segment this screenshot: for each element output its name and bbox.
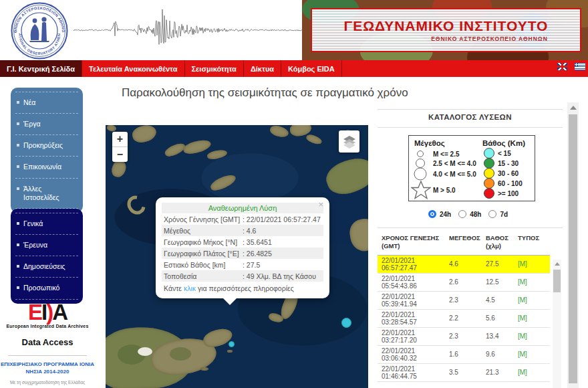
legend-magnitude-title: Μέγεθος — [414, 139, 445, 147]
sidebar-item-contact[interactable]: Επικοινωνία — [15, 156, 78, 177]
bullet-icon — [17, 222, 19, 225]
sidebar-item-projects[interactable]: Έργα — [15, 113, 78, 134]
bullet-icon — [17, 244, 19, 246]
header: ΕΘΝΙΚΟΝ ΑΣΤΕΡΟΣΚΟΠΕΙΟΝ ΑΘΗΝΩΝ NATIONAL O… — [0, 0, 588, 60]
nav-item-home[interactable]: Γ.Ι. Κεντρική Σελίδα — [0, 60, 82, 77]
cell-type: [M] — [518, 260, 550, 268]
cell-depth: 9.6 — [486, 351, 518, 358]
cell-time: 22/01/2021 03:28:54.57 — [378, 311, 449, 326]
quake-marker[interactable] — [229, 341, 235, 347]
cell-depth: 12.5 — [486, 278, 518, 286]
bullet-icon — [17, 187, 19, 190]
sidebar-item-personnel[interactable]: Προσωπικό — [15, 277, 78, 299]
table-scrollbar-thumb[interactable] — [553, 270, 561, 292]
eida-tagline: European Integrated Data Archives — [0, 324, 95, 328]
sidebar-item-calls[interactable]: Προκηρύξεις — [15, 134, 78, 156]
table-row[interactable]: 22/01/2021 03:06:40.32 1.6 9.6 [M] — [378, 346, 550, 364]
zoom-in-button[interactable]: + — [112, 132, 128, 147]
popup-row: Τοποθεσία: 49 Χλμ. ΒΔ της Κάσου — [162, 270, 323, 282]
nav-item-seismicity[interactable]: Σεισμικότητα — [185, 60, 244, 77]
magnitude-label: M <= 2.5 — [433, 151, 459, 158]
sidebar-item-label: Έρευνα — [23, 241, 47, 250]
depth-color-icon — [484, 168, 494, 179]
uk-flag-icon[interactable] — [557, 63, 567, 70]
table-row[interactable]: 22/01/2021 06:57:27.47 4.6 27.5 [M] — [378, 256, 550, 274]
sidebar-item-research[interactable]: Έρευνα — [15, 234, 78, 256]
table-scrollbar[interactable] — [553, 260, 561, 388]
catalog-title: ΚΑΤΑΛΟΓΟΣ ΛΥΣΕΩΝ — [378, 113, 563, 121]
popup-row-value: : 35.6451 — [243, 238, 321, 246]
island — [227, 350, 233, 353]
close-icon[interactable]: × — [318, 200, 323, 209]
depth-color-icon — [484, 178, 494, 189]
greek-flag-icon[interactable] — [575, 63, 585, 70]
table-row[interactable]: 22/01/2021 01:46:44.75 3.5 21.3 [M] — [378, 364, 550, 382]
magnitude-label: 2.5 < M <= 4.0 — [433, 160, 476, 167]
header-banner: ΓΕΩΔΥΝΑΜΙΚΟ ΙΝΣΤΙΤΟΥΤΟ ΕΘΝΙΚΟ ΑΣΤΕΡΟΣΚΟΠ… — [302, 0, 588, 60]
layers-button[interactable] — [339, 130, 359, 153]
table-row[interactable]: 22/01/2021 05:39:41.94 2.3 4.5 [M] — [378, 292, 550, 310]
scroll-up-icon[interactable] — [570, 106, 577, 110]
divider — [378, 109, 563, 110]
cell-time: 22/01/2021 01:46:44.75 — [378, 365, 449, 380]
scroll-up-icon[interactable] — [555, 262, 560, 266]
bullet-icon — [17, 101, 19, 104]
eida-data-access-link[interactable]: Data Access — [0, 337, 95, 347]
operational-program-link[interactable]: ΕΠΙΧΕΙΡΗΣΙΑΚΟ ΠΡΟΓΡΑΜΜΑ ΙΟΝΙΑ ΝΗΣΙΑ 2014… — [0, 361, 95, 376]
table-row[interactable]: 22/01/2021 03:27:17.20 2.3 13.4 [M] — [378, 328, 550, 346]
radio-48h-label[interactable]: 48h — [470, 211, 481, 218]
popup-row-value: : 26.4825 — [243, 250, 321, 258]
cell-magnitude: 2.2 — [449, 314, 486, 322]
legend-depth-title: Βάθος (Km) — [482, 139, 525, 147]
eida-logo[interactable]: EI)A — [0, 301, 95, 323]
cell-magnitude: 3.5 — [449, 369, 486, 376]
sidebar-item-label: Δημοσιεύσεις — [23, 262, 65, 271]
cell-type: [M] — [518, 314, 550, 322]
table-row[interactable]: 22/01/2021 03:28:54.57 2.2 5.6 [M] — [378, 310, 550, 328]
nav-item-eida-node[interactable]: Κόμβος EIDA — [281, 60, 342, 77]
radio-24h-label[interactable]: 24h — [440, 211, 451, 218]
radio-7d[interactable] — [488, 210, 496, 218]
sidebar-item-news[interactable]: Νέα — [15, 92, 78, 113]
time-range-radios: 24h 48h 7d — [378, 210, 563, 218]
depth-label: >= 100 — [498, 190, 519, 197]
eida-letter: A — [52, 300, 67, 324]
radio-7d-label[interactable]: 7d — [500, 211, 508, 218]
popup-row-label: Τοποθεσία — [164, 272, 243, 280]
depth-color-icon — [484, 158, 494, 169]
radio-24h[interactable] — [428, 210, 436, 218]
eida-letter: E — [28, 300, 41, 324]
page-scrollbar-thumb[interactable] — [569, 114, 577, 383]
island-santorini — [124, 192, 149, 218]
depth-label: 15 - 30 — [498, 160, 519, 167]
sidebar-item-label: Επικοινωνία — [23, 163, 61, 171]
popup-row: Χρόνος Γέννησης [GMT]: 22/01/2021 06:57:… — [162, 213, 323, 225]
zoom-out-button[interactable]: − — [112, 147, 128, 162]
sidebar-group-general: Νέα Έργα Προκηρύξεις Επικοινωνία Άλλες Ι… — [11, 88, 83, 213]
sidebar-item-general[interactable]: Γενικά — [15, 213, 78, 234]
col-header-type: ΤΥΠΟΣ — [518, 234, 550, 242]
main-nav: Γ.Ι. Κεντρική Σελίδα Τελευταία Ανακοινωθ… — [0, 60, 588, 77]
sidebar-item-publications[interactable]: Δημοσιεύσεις — [15, 256, 78, 277]
island — [269, 125, 290, 138]
seismogram-trace — [74, 5, 302, 55]
cell-depth: 4.5 — [486, 296, 518, 304]
cell-time: 22/01/2021 03:06:40.32 — [378, 347, 449, 362]
quake-marker[interactable] — [341, 318, 351, 328]
nav-item-networks[interactable]: Δίκτυα — [244, 60, 281, 77]
sidebar-item-other-sites[interactable]: Άλλες Ιστοσελίδες — [15, 178, 78, 209]
divider — [8, 355, 87, 356]
popup-footer-text: Κάντε — [164, 284, 184, 292]
nav-item-announcements[interactable]: Τελευταία Ανακοινωθέντα — [82, 60, 184, 77]
layers-icon — [342, 134, 357, 149]
table-row[interactable]: 22/01/2021 05:54:43.86 2.6 12.5 [M] — [378, 274, 550, 292]
observatory-seal-logo: ΕΘΝΙΚΟΝ ΑΣΤΕΡΟΣΚΟΠΕΙΟΝ ΑΘΗΝΩΝ NATIONAL O… — [11, 2, 68, 60]
popup-row-value: : 4.6 — [243, 227, 321, 235]
radio-48h[interactable] — [458, 210, 466, 218]
seismicity-map[interactable]: + − × Αναθεωρημένη Λύση Χρόνος Γέννησης … — [106, 125, 368, 388]
more-info-link[interactable]: κλικ — [184, 284, 196, 292]
magnitude-small-circle-icon — [417, 151, 424, 157]
depth-label: 60 - 100 — [498, 180, 523, 187]
divider — [378, 127, 563, 128]
page-scrollbar[interactable] — [567, 102, 579, 388]
